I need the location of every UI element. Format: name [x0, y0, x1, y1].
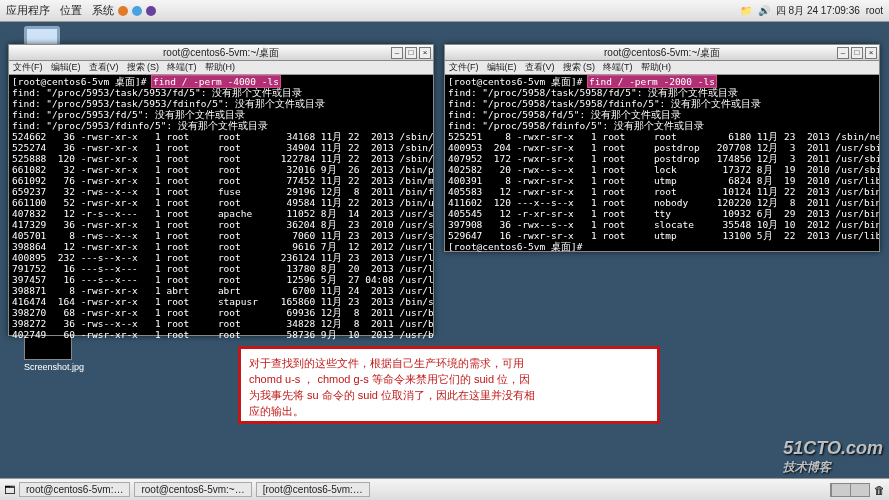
- system-menu[interactable]: 应用程序 位置 系统: [6, 3, 114, 18]
- err-line: find: "/proc/5953/task/5953/fd/5": 没有那个文…: [12, 87, 302, 98]
- minimize-button[interactable]: –: [391, 47, 403, 59]
- show-desktop-icon[interactable]: 🗔: [4, 484, 15, 496]
- folder-icon[interactable]: 📁: [740, 5, 752, 16]
- clock: 四 8月 24 17:09:36: [776, 4, 860, 18]
- menu-edit[interactable]: 编辑(E): [487, 61, 517, 74]
- menu-applications[interactable]: 应用程序: [6, 3, 50, 18]
- taskbar[interactable]: 🗔 root@centos6-5vm:… root@centos6-5vm:~……: [0, 478, 889, 500]
- menu-help[interactable]: 帮助(H): [641, 61, 672, 74]
- terminal-menubar[interactable]: 文件(F) 编辑(E) 查看(V) 搜索 (S) 终端(T) 帮助(H): [445, 61, 879, 75]
- watermark: 51CTO.com 技术博客: [783, 438, 883, 476]
- ls-row: 791752 16 ---s--x--- 1 root root 13780 8…: [12, 263, 433, 274]
- watermark-brand: 51CTO.com: [783, 438, 883, 459]
- ls-row: 661082 32 -rwsr-xr-x 1 root root 32016 9…: [12, 164, 433, 175]
- firefox-icon[interactable]: [118, 6, 128, 16]
- menu-view[interactable]: 查看(V): [89, 61, 119, 74]
- ls-row: 525274 36 -rwsr-xr-x 1 root root 34904 1…: [12, 142, 433, 153]
- close-button[interactable]: ×: [419, 47, 431, 59]
- menu-terminal[interactable]: 终端(T): [603, 61, 633, 74]
- ls-row: 398270 68 -rwsr-xr-x 1 root root 69936 1…: [12, 307, 433, 318]
- menu-places[interactable]: 位置: [60, 3, 82, 18]
- command-highlight: find / -perm -2000 -ls: [588, 76, 716, 87]
- note-line: 为我事先将 su 命令的 suid 位取消了，因此在这里并没有相: [249, 387, 649, 403]
- menu-file[interactable]: 文件(F): [13, 61, 43, 74]
- close-button[interactable]: ×: [865, 47, 877, 59]
- prompt: [root@centos6-5vm 桌面]#: [12, 76, 152, 87]
- ls-row: 402749 60 -rwsr-xr-x 1 root root 58736 9…: [12, 329, 433, 340]
- speaker-icon[interactable]: 🔊: [758, 5, 770, 16]
- ls-row: 397908 36 -rwx--s--x 1 root slocate 3554…: [448, 219, 879, 230]
- ls-row: 407952 172 -rwxr-sr-x 1 root postdrop 17…: [448, 153, 879, 164]
- ls-row: 405545 12 -r-xr-sr-x 1 root tty 10932 6月…: [448, 208, 879, 219]
- menu-file[interactable]: 文件(F): [449, 61, 479, 74]
- ls-row: 525251 8 -rwxr-sr-x 1 root root 6180 11月…: [448, 131, 879, 142]
- trash-icon[interactable]: 🗑: [874, 484, 885, 496]
- eye-icon[interactable]: [146, 6, 156, 16]
- titlebar-left[interactable]: root@centos6-5vm:~/桌面 – □ ×: [9, 45, 433, 61]
- ls-row: 400895 232 ---s--x--x 1 root root 236124…: [12, 252, 433, 263]
- ls-row: 659237 32 -rws--x--x 1 root fuse 29196 1…: [12, 186, 433, 197]
- err-line: find: "/proc/5958/task/5958/fdinfo/5": 没…: [448, 98, 761, 109]
- ls-row: 398871 8 -rwsr-xr-x 1 abrt abrt 6700 11月…: [12, 285, 433, 296]
- watermark-sub: 技术博客: [783, 459, 883, 476]
- title-text: root@centos6-5vm:~/桌面: [163, 46, 279, 60]
- titlebar-right[interactable]: root@centos6-5vm:~/桌面 – □ ×: [445, 45, 879, 61]
- minimize-button[interactable]: –: [837, 47, 849, 59]
- ls-row: 398864 12 -rwsr-xr-x 1 root root 9616 7月…: [12, 241, 433, 252]
- system-menubar: 应用程序 位置 系统 📁 🔊 四 8月 24 17:09:36 root: [0, 0, 889, 22]
- terminal-menubar[interactable]: 文件(F) 编辑(E) 查看(V) 搜索 (S) 终端(T) 帮助(H): [9, 61, 433, 75]
- ls-row: 416474 164 -rwsr-xr-x 1 root stapusr 165…: [12, 296, 433, 307]
- ls-row: 661100 52 -rwsr-xr-x 1 root root 49584 1…: [12, 197, 433, 208]
- ls-row: 405583 12 -rwxr-sr-x 1 root root 10124 1…: [448, 186, 879, 197]
- text-editor-icon[interactable]: [132, 6, 142, 16]
- prompt-line: [root@centos6-5vm 桌面]#: [448, 241, 582, 252]
- terminal-window-right[interactable]: root@centos6-5vm:~/桌面 – □ × 文件(F) 编辑(E) …: [444, 44, 880, 252]
- workspace-switcher[interactable]: [830, 483, 870, 497]
- menu-view[interactable]: 查看(V): [525, 61, 555, 74]
- err-line: find: "/proc/5953/fdinfo/5": 没有那个文件或目录: [12, 120, 268, 131]
- ls-row: 407832 12 -r-s--x--- 1 root apache 11052…: [12, 208, 433, 219]
- ls-row: 411602 120 ---x--s--x 1 root nobody 1202…: [448, 197, 879, 208]
- taskbar-item[interactable]: root@centos6-5vm:…: [19, 482, 130, 497]
- ls-row: 524662 36 -rwsr-xr-x 1 root root 34168 1…: [12, 131, 433, 142]
- err-line: find: "/proc/5953/fd/5": 没有那个文件或目录: [12, 109, 245, 120]
- ls-row: 405701 8 -rws--x--x 1 root root 7060 11月…: [12, 230, 433, 241]
- note-line: 应的输出。: [249, 403, 649, 419]
- menu-search[interactable]: 搜索 (S): [563, 61, 596, 74]
- terminal-body-right[interactable]: [root@centos6-5vm 桌面]# find / -perm -200…: [445, 75, 879, 253]
- note-line: chomd u-s ， chmod g-s 等命令来禁用它们的 suid 位，因: [249, 371, 649, 387]
- ls-row: 398272 36 -rws--x--x 1 root root 34828 1…: [12, 318, 433, 329]
- maximize-button[interactable]: □: [851, 47, 863, 59]
- ls-row: 525888 120 -rwsr-xr-x 1 root root 122784…: [12, 153, 433, 164]
- note-line: 对于查找到的这些文件，根据自己生产环境的需求，可用: [249, 355, 649, 371]
- prompt: [root@centos6-5vm 桌面]#: [448, 76, 588, 87]
- screenshot-label: Screenshot.jpg: [24, 362, 84, 372]
- title-text: root@centos6-5vm:~/桌面: [604, 46, 720, 60]
- err-line: find: "/proc/5958/fd/5": 没有那个文件或目录: [448, 109, 681, 120]
- menu-help[interactable]: 帮助(H): [205, 61, 236, 74]
- user-label[interactable]: root: [866, 5, 883, 16]
- menu-terminal[interactable]: 终端(T): [167, 61, 197, 74]
- menu-edit[interactable]: 编辑(E): [51, 61, 81, 74]
- err-line: find: "/proc/5958/fdinfo/5": 没有那个文件或目录: [448, 120, 704, 131]
- terminal-body-left[interactable]: [root@centos6-5vm 桌面]# find / -perm -400…: [9, 75, 433, 341]
- ls-row: 417329 36 -rwsr-xr-x 1 root root 36204 8…: [12, 219, 433, 230]
- menu-search[interactable]: 搜索 (S): [127, 61, 160, 74]
- ls-row: 400391 8 -rwxr-sr-x 1 root utmp 6824 8月 …: [448, 175, 879, 186]
- taskbar-item[interactable]: [root@centos6-5vm:…: [256, 482, 370, 497]
- ls-row: 661092 76 -rwsr-xr-x 1 root root 77452 1…: [12, 175, 433, 186]
- ls-row: 402582 20 -rwx--s--x 1 root lock 17372 8…: [448, 164, 879, 175]
- err-line: find: "/proc/5958/task/5958/fd/5": 没有那个文…: [448, 87, 738, 98]
- terminal-window-left[interactable]: root@centos6-5vm:~/桌面 – □ × 文件(F) 编辑(E) …: [8, 44, 434, 336]
- maximize-button[interactable]: □: [405, 47, 417, 59]
- err-line: find: "/proc/5953/task/5953/fdinfo/5": 没…: [12, 98, 325, 109]
- ls-row: 529647 16 -rwxr-sr-x 1 root utmp 13100 5…: [448, 230, 879, 241]
- ls-row: 400953 204 -rwxr-sr-x 1 root postdrop 20…: [448, 142, 879, 153]
- command-highlight: find / -perm -4000 -ls: [152, 76, 280, 87]
- ls-row: 397457 16 ---s--x--- 1 root root 12596 5…: [12, 274, 433, 285]
- menu-system[interactable]: 系统: [92, 3, 114, 18]
- annotation-note: 对于查找到的这些文件，根据自己生产环境的需求，可用 chomd u-s ， ch…: [238, 346, 660, 424]
- taskbar-item[interactable]: root@centos6-5vm:~…: [134, 482, 251, 497]
